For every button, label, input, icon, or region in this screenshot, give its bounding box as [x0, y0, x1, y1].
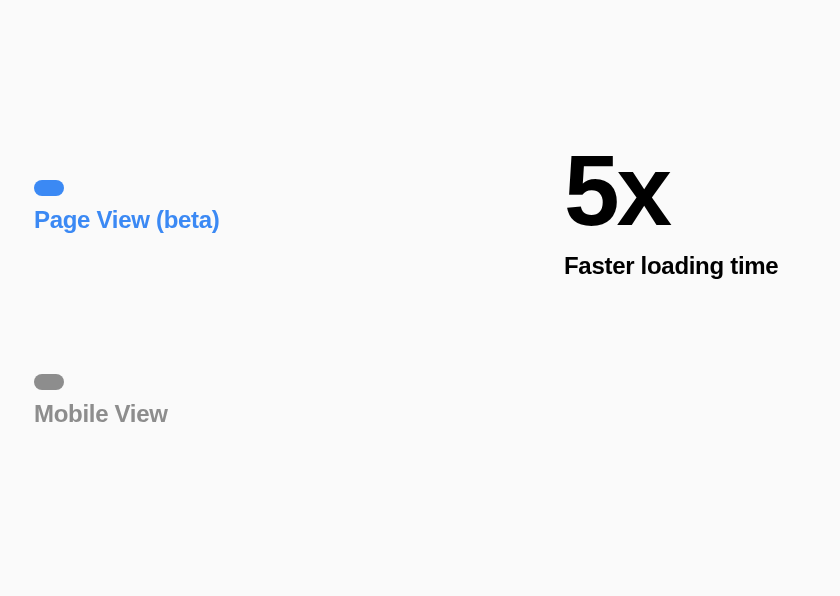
toggle-icon[interactable] [34, 180, 64, 196]
option-label: Mobile View [34, 400, 220, 428]
metric-block: 5x Faster loading time [564, 140, 778, 280]
option-label: Page View (beta) [34, 206, 220, 234]
option-mobile-view[interactable]: Mobile View [34, 374, 220, 428]
toggle-icon[interactable] [34, 374, 64, 390]
view-options: Page View (beta) Mobile View [34, 180, 220, 428]
metric-value: 5x [564, 140, 778, 240]
option-page-view[interactable]: Page View (beta) [34, 180, 220, 234]
metric-caption: Faster loading time [564, 252, 778, 280]
